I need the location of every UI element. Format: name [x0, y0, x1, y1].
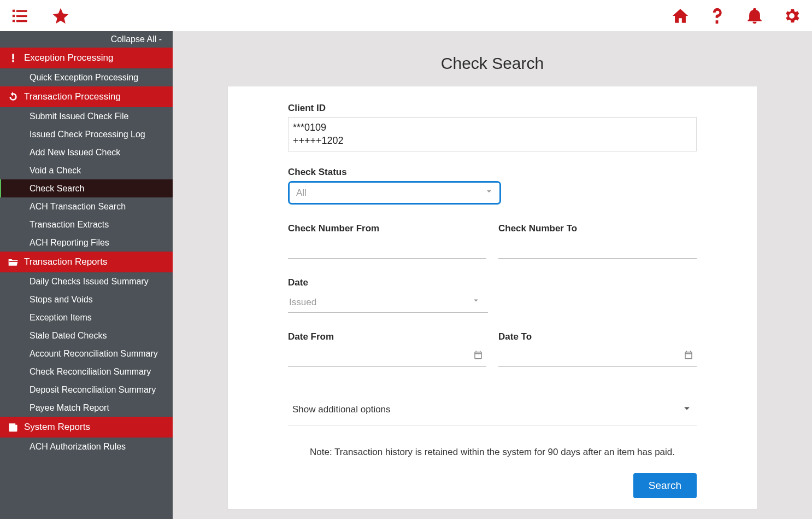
gear-icon[interactable]: [782, 7, 801, 25]
sidebar-item-label: Transaction Extracts: [30, 220, 109, 230]
sidebar-item-transaction-extracts[interactable]: Transaction Extracts: [0, 215, 173, 234]
svg-rect-2: [13, 14, 15, 16]
svg-rect-4: [13, 20, 15, 22]
folder-open-icon: [8, 256, 19, 267]
sidebar-item-ach-transaction-search[interactable]: ACH Transaction Search: [0, 197, 173, 215]
main: Check Search Client ID ***0109 +++++1202…: [173, 31, 812, 519]
sidebar-item-label: Add New Issued Check: [30, 148, 120, 158]
sidebar-item-check-reconciliation-summary[interactable]: Check Reconciliation Summary: [0, 363, 173, 381]
sidebar-item-label: Void a Check: [30, 166, 81, 176]
svg-rect-7: [12, 60, 14, 62]
sidebar-section-label: Exception Processing: [24, 53, 113, 63]
sidebar-item-label: ACH Transaction Search: [30, 202, 126, 212]
retention-note: Note: Transaction history is retained wi…: [288, 447, 697, 458]
sidebar-item-label: Exception Items: [30, 313, 92, 323]
chevron-down-icon: [472, 296, 480, 307]
sidebar-item-label: ACH Authorization Rules: [30, 442, 126, 452]
sidebar-section-transaction-processing[interactable]: Transaction Processing: [0, 86, 173, 107]
date-from-input[interactable]: [288, 346, 486, 367]
search-card: Client ID ***0109 +++++1202 Check Status…: [227, 86, 757, 510]
sidebar-item-label: Quick Exception Processing: [30, 73, 138, 83]
sidebar-item-label: Daily Checks Issued Summary: [30, 277, 149, 287]
refresh-icon: [8, 91, 19, 102]
sidebar-item-label: Deposit Reconciliation Summary: [30, 385, 156, 395]
sidebar-section-label: Transaction Reports: [24, 256, 107, 267]
date-to-input[interactable]: [498, 346, 697, 367]
svg-rect-1: [16, 10, 27, 12]
sidebar-item-add-new-issued-check[interactable]: Add New Issued Check: [0, 143, 173, 161]
collapse-all[interactable]: Collapse All -: [0, 31, 173, 48]
sidebar-item-void-a-check[interactable]: Void a Check: [0, 161, 173, 179]
sidebar-item-check-search[interactable]: Check Search: [0, 179, 173, 197]
date-type-select[interactable]: Issued: [288, 291, 488, 313]
sidebar-item-label: Check Reconciliation Summary: [30, 367, 151, 377]
sidebar-item-payee-match-report[interactable]: Payee Match Report: [0, 399, 173, 417]
home-icon[interactable]: [671, 7, 690, 25]
date-type-label: Date: [288, 277, 697, 288]
sidebar-item-stops-and-voids[interactable]: Stops and Voids: [0, 290, 173, 308]
sidebar-section-system-reports[interactable]: System Reports: [0, 417, 173, 438]
sidebar-item-deposit-reconciliation-summary[interactable]: Deposit Reconciliation Summary: [0, 381, 173, 399]
search-button-label: Search: [649, 480, 681, 491]
svg-rect-6: [12, 54, 14, 60]
additional-label: Show additional options: [292, 404, 391, 415]
search-button[interactable]: Search: [633, 473, 697, 498]
collapse-all-label: Collapse All -: [111, 34, 162, 44]
svg-rect-0: [13, 9, 15, 11]
client-id-option[interactable]: ***0109: [293, 121, 692, 134]
check-number-to-label: Check Number To: [498, 223, 697, 234]
check-status-label: Check Status: [288, 167, 697, 178]
check-status-select[interactable]: All: [288, 181, 501, 205]
show-additional-options[interactable]: Show additional options: [288, 393, 697, 426]
sidebar-section-exception-processing[interactable]: Exception Processing: [0, 48, 173, 68]
client-id-listbox[interactable]: ***0109 +++++1202: [288, 117, 697, 151]
sidebar-item-ach-authorization-rules[interactable]: ACH Authorization Rules: [0, 438, 173, 456]
date-to-label: Date To: [498, 331, 697, 342]
page-title: Check Search: [441, 31, 544, 86]
sidebar-item-quick-exception-processing[interactable]: Quick Exception Processing: [0, 68, 173, 86]
sidebar-item-submit-issued-check-file[interactable]: Submit Issued Check File: [0, 107, 173, 125]
sidebar-item-label: Issued Check Processing Log: [30, 130, 145, 139]
sidebar-item-label: Payee Match Report: [30, 403, 109, 413]
svg-rect-5: [16, 20, 27, 22]
sidebar-item-label: Submit Issued Check File: [30, 112, 128, 121]
sidebar-section-transaction-reports[interactable]: Transaction Reports: [0, 252, 173, 272]
sidebar-item-account-reconciliation-summary[interactable]: Account Reconciliation Summary: [0, 345, 173, 363]
client-id-label: Client ID: [288, 103, 697, 114]
calendar-icon[interactable]: [684, 350, 693, 362]
client-id-option[interactable]: +++++1202: [293, 134, 692, 147]
sidebar-item-stale-dated-checks[interactable]: Stale Dated Checks: [0, 326, 173, 345]
sidebar-item-label: Stops and Voids: [30, 295, 93, 305]
calendar-icon[interactable]: [473, 350, 483, 362]
sidebar-item-label: Check Search: [30, 184, 85, 194]
exclamation-icon: [8, 53, 19, 63]
sidebar-item-daily-checks-issued-summary[interactable]: Daily Checks Issued Summary: [0, 272, 173, 290]
svg-rect-3: [16, 15, 27, 17]
sidebar-item-issued-check-processing-log[interactable]: Issued Check Processing Log: [0, 125, 173, 143]
check-number-from-label: Check Number From: [288, 223, 486, 234]
sidebar-section-label: Transaction Processing: [24, 91, 121, 102]
menu-icon[interactable]: [11, 7, 30, 25]
sidebar-item-exception-items[interactable]: Exception Items: [0, 308, 173, 326]
sidebar-item-label: Account Reconciliation Summary: [30, 349, 158, 359]
date-type-value: Issued: [289, 297, 316, 307]
check-number-to-input[interactable]: [498, 237, 697, 259]
sidebar-item-label: Stale Dated Checks: [30, 331, 107, 341]
check-number-from-input[interactable]: [288, 237, 486, 259]
bell-icon[interactable]: [745, 7, 764, 25]
star-icon[interactable]: [51, 7, 70, 25]
date-from-label: Date From: [288, 331, 486, 342]
sidebar-item-label: ACH Reporting Files: [30, 238, 109, 248]
newspaper-icon: [8, 422, 19, 433]
topbar: [0, 0, 812, 31]
sidebar-item-ach-reporting-files[interactable]: ACH Reporting Files: [0, 234, 173, 252]
chevron-down-icon: [681, 403, 692, 417]
sidebar-section-label: System Reports: [24, 422, 90, 433]
sidebar: Collapse All - Exception Processing Quic…: [0, 31, 173, 519]
check-status-select-wrap: All: [288, 181, 501, 205]
help-icon[interactable]: [708, 7, 727, 25]
